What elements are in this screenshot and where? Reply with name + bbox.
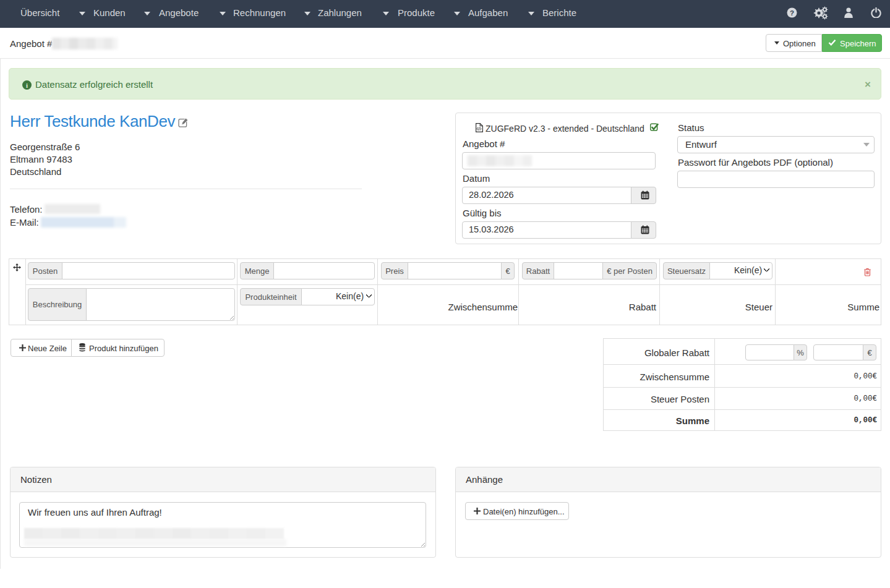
svg-text:i: i — [26, 82, 28, 89]
svg-text:?: ? — [790, 9, 794, 17]
